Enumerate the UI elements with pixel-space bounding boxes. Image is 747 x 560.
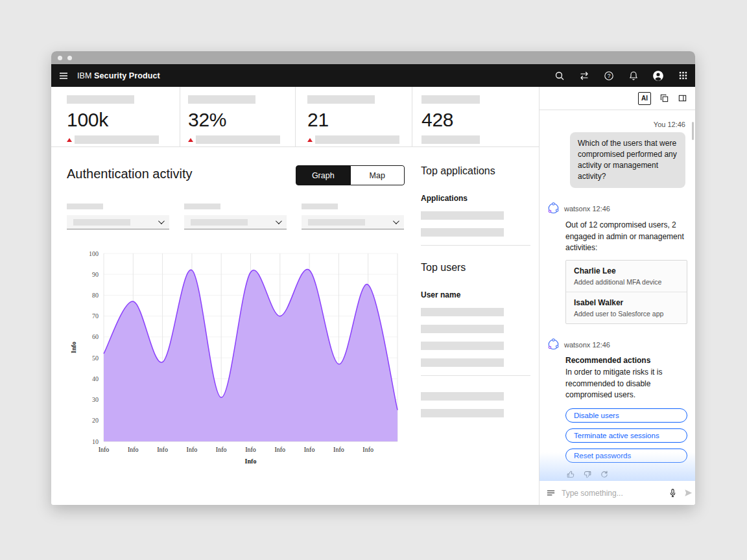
user-avatar-icon[interactable] <box>646 64 670 87</box>
skeleton-text <box>421 228 504 237</box>
metric-card: 428 <box>412 87 539 146</box>
skeleton-text <box>315 135 399 144</box>
search-icon[interactable] <box>547 64 572 87</box>
divider <box>421 375 530 376</box>
reset-passwords-button[interactable]: Reset passwords <box>565 449 687 463</box>
main-area: 100k 32% 21 428 <box>51 87 539 505</box>
graph-map-switcher: Graph Map <box>296 165 405 185</box>
svg-text:Info: Info <box>70 342 77 353</box>
top-lists-column: Top applications Applications Top users … <box>412 147 539 472</box>
svg-text:80: 80 <box>92 292 99 299</box>
microphone-icon[interactable] <box>668 488 678 498</box>
metric-card: 21 <box>295 87 412 146</box>
user-message-meta: You 12:46 <box>549 121 685 128</box>
skeleton-text <box>75 135 159 144</box>
prompt-menu-icon[interactable] <box>546 488 556 498</box>
chat-scrollbar[interactable] <box>692 122 694 140</box>
app-switcher-grid-icon[interactable] <box>670 64 695 87</box>
svg-text:Info: Info <box>274 446 285 453</box>
svg-text:20: 20 <box>92 417 99 424</box>
skeleton-label <box>184 204 220 209</box>
metric-value: 100k <box>67 110 180 130</box>
chevron-down-icon <box>276 218 282 224</box>
swap-arrows-icon[interactable] <box>572 64 597 87</box>
skeleton-text <box>421 409 504 417</box>
skeleton-text <box>421 135 480 144</box>
user-row: Isabel Walker Added user to Salesforce a… <box>566 292 687 323</box>
send-icon[interactable] <box>683 488 693 498</box>
svg-text:?: ? <box>608 73 611 79</box>
skeleton-text <box>188 95 255 104</box>
metric-value: 32% <box>188 110 295 130</box>
svg-text:Info: Info <box>304 446 315 453</box>
metric-value: 428 <box>421 110 539 130</box>
watsonx-avatar-icon <box>547 338 560 351</box>
skeleton-text <box>421 392 504 401</box>
skeleton-text <box>421 325 504 333</box>
chat-text-input[interactable] <box>562 489 662 498</box>
compromised-users-card: Charlie Lee Added additional MFA device … <box>565 260 687 324</box>
feedback-row <box>566 470 687 479</box>
authentication-activity-section: Authentication activity Graph Map <box>51 147 412 472</box>
open-panel-icon[interactable] <box>678 93 687 103</box>
skeleton-label <box>302 204 338 209</box>
tab-map[interactable]: Map <box>351 165 405 185</box>
tab-graph[interactable]: Graph <box>296 165 351 185</box>
user-activity: Added user to Salesforce app <box>574 310 679 318</box>
divider <box>421 245 530 246</box>
window-titlebar <box>51 51 695 64</box>
svg-text:Info: Info <box>333 446 344 453</box>
user-row: Charlie Lee Added additional MFA device <box>566 261 687 292</box>
bot-message-text: Out of 12 compromised users, 2 engaged i… <box>565 220 687 253</box>
window-dot <box>67 56 72 60</box>
watsonx-avatar-icon <box>547 202 560 215</box>
ai-label-tag[interactable]: AI <box>638 92 651 105</box>
hamburger-menu-icon[interactable] <box>51 64 76 87</box>
ai-chat-panel: AI You 12:46 Which of the users that wer… <box>539 87 695 505</box>
metric-card: 32% <box>180 87 295 146</box>
chevron-down-icon <box>393 218 399 224</box>
disable-users-button[interactable]: Disable users <box>565 408 687 423</box>
terminate-sessions-button[interactable]: Terminate active sessions <box>565 428 687 443</box>
skeleton-text <box>67 95 134 104</box>
regenerate-icon[interactable] <box>600 470 609 479</box>
trend-up-caret-icon <box>67 138 72 142</box>
copy-icon[interactable] <box>659 93 669 103</box>
thumbs-down-icon[interactable] <box>583 470 592 479</box>
users-column-header: User name <box>421 290 530 299</box>
quick-actions: Disable users Terminate active sessions … <box>565 408 687 463</box>
svg-text:Info: Info <box>362 446 374 453</box>
user-name: Isabel Walker <box>574 298 679 307</box>
help-icon[interactable]: ? <box>597 64 621 87</box>
svg-text:Info: Info <box>245 458 257 465</box>
filter-dropdown[interactable] <box>184 215 287 229</box>
user-name: Charlie Lee <box>574 266 679 275</box>
chat-input-bar <box>540 481 695 505</box>
thumbs-up-icon[interactable] <box>566 470 575 479</box>
auth-activity-chart: 100908070605040302010InfoInfoInfoInfoInf… <box>67 249 405 472</box>
applications-column-header: Applications <box>421 194 530 203</box>
trend-up-caret-icon <box>307 138 313 142</box>
svg-text:Info: Info <box>187 446 198 453</box>
svg-text:70: 70 <box>92 312 99 320</box>
skeleton-text <box>196 135 280 144</box>
notifications-bell-icon[interactable] <box>621 64 646 87</box>
app-window: IBM Security Product ? <box>51 51 695 505</box>
skeleton-text <box>73 219 130 226</box>
svg-text:Info: Info <box>99 446 110 453</box>
filter-dropdown[interactable] <box>67 215 169 229</box>
skeleton-text <box>421 95 480 104</box>
app-header: IBM Security Product ? <box>51 64 695 87</box>
svg-text:10: 10 <box>92 438 99 445</box>
svg-text:60: 60 <box>92 333 99 340</box>
filter-dropdown[interactable] <box>302 215 404 229</box>
window-dot <box>58 56 62 60</box>
svg-text:Info: Info <box>245 446 256 453</box>
svg-text:30: 30 <box>92 396 99 403</box>
top-users-title: Top users <box>421 262 530 274</box>
trend-up-caret-icon <box>188 138 193 142</box>
svg-text:90: 90 <box>92 271 99 278</box>
user-message-bubble: Which of the users that were compromised… <box>570 132 685 188</box>
svg-text:Info: Info <box>216 446 227 453</box>
filter-dropdown-group <box>302 204 404 229</box>
